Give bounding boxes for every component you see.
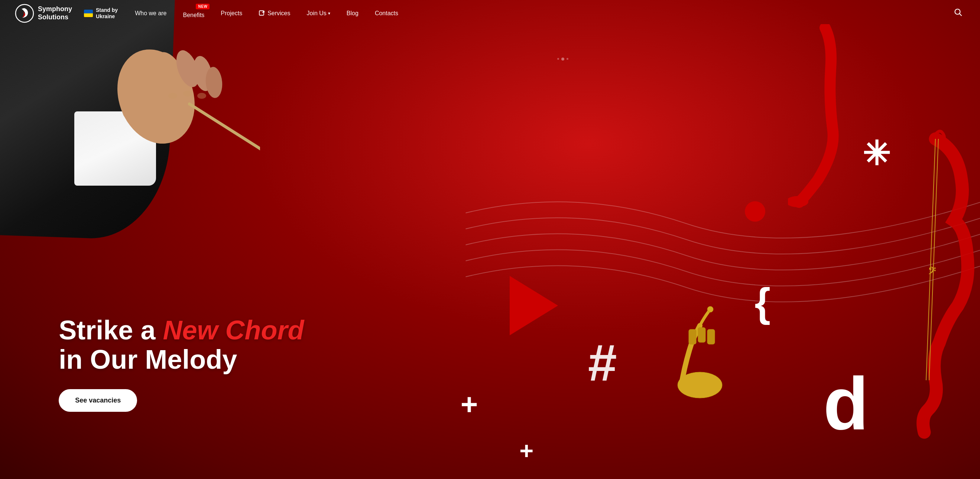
search-button[interactable] <box>951 8 965 19</box>
nav-item-join-us[interactable]: Join Us ▾ <box>298 0 338 27</box>
nav-item-who-we-are[interactable]: Who we are <box>127 0 175 27</box>
search-icon <box>954 8 962 16</box>
hero-content: Strike a New Chord in Our Melody See vac… <box>59 316 304 412</box>
logo-icon <box>15 4 34 23</box>
trumpet-illustration <box>667 296 733 407</box>
stand-ukraine-banner[interactable]: Stand by Ukraine <box>84 7 124 20</box>
external-link-icon <box>259 10 265 17</box>
logo-line1: Symphony <box>38 5 72 13</box>
svg-point-13 <box>197 93 206 99</box>
svg-line-10 <box>189 104 260 208</box>
nav-item-services[interactable]: Services <box>250 0 298 27</box>
plus-symbol-2: + <box>519 437 533 465</box>
nav-item-projects[interactable]: Projects <box>213 0 250 27</box>
hero-title: Strike a New Chord in Our Melody <box>59 316 304 374</box>
cello-illustration: 𝄢 <box>898 48 980 479</box>
letter-d-symbol: d <box>823 366 869 441</box>
svg-rect-15 <box>689 329 696 344</box>
nav-links: Who we are NEW Benefits Projects Service… <box>127 0 951 27</box>
svg-line-3 <box>959 14 961 16</box>
svg-point-25 <box>830 110 834 115</box>
curly-brace-symbol: { <box>754 279 770 326</box>
hero-title-highlight: New Chord <box>163 315 304 345</box>
nav-item-blog[interactable]: Blog <box>339 0 367 27</box>
svg-point-24 <box>830 102 834 106</box>
svg-point-22 <box>828 83 833 88</box>
red-dot-decoration <box>745 201 765 222</box>
play-icon <box>510 276 558 335</box>
svg-point-23 <box>829 92 834 97</box>
decoration-dots <box>557 57 568 60</box>
join-us-dropdown-arrow: ▾ <box>328 11 330 16</box>
svg-text:𝄢: 𝄢 <box>928 265 936 279</box>
benefits-badge: NEW <box>196 4 210 9</box>
svg-point-4 <box>105 39 208 155</box>
svg-point-12 <box>183 90 192 97</box>
svg-rect-17 <box>707 329 715 344</box>
nav-item-contacts[interactable]: Contacts <box>367 0 406 27</box>
logo-line2: Solutions <box>38 13 72 22</box>
ukraine-text-line2: Ukraine <box>96 13 118 20</box>
saxophone-illustration <box>788 24 862 210</box>
nav-item-benefits[interactable]: NEW Benefits <box>175 0 213 27</box>
asterisk-symbol: ✳ <box>862 134 890 173</box>
ukraine-text-line1: Stand by <box>96 7 118 13</box>
navbar: Symphony Solutions Stand by Ukraine Who … <box>0 0 980 27</box>
logo-link[interactable]: Symphony Solutions <box>15 4 72 23</box>
ukraine-flag-icon <box>84 10 93 17</box>
hero-section: # + + { d ✳ <box>0 0 980 479</box>
see-vacancies-button[interactable]: See vacancies <box>59 389 137 412</box>
svg-rect-16 <box>698 327 705 343</box>
svg-point-11 <box>168 93 177 99</box>
hash-symbol: # <box>588 333 617 393</box>
svg-point-18 <box>707 306 713 312</box>
svg-point-21 <box>827 73 832 79</box>
plus-symbol-1: + <box>461 387 478 422</box>
